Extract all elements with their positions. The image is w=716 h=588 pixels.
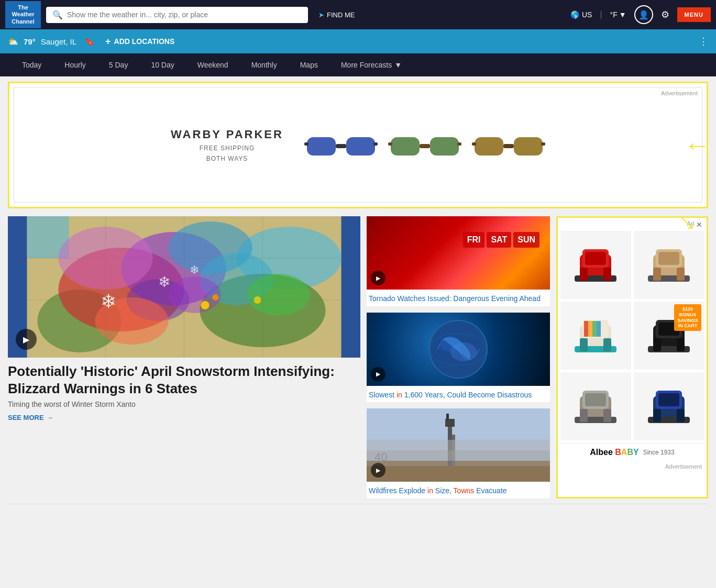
product-carseat-navy[interactable] xyxy=(634,372,704,440)
story-image-wildfire[interactable]: 40 ▶ xyxy=(367,408,550,482)
svg-rect-58 xyxy=(653,268,661,281)
glasses-2 xyxy=(388,129,461,161)
svg-rect-1 xyxy=(346,137,375,156)
location-icon: ➤ xyxy=(318,11,324,19)
wp-brand-text: WARBY PARKER FREE SHIPPING BOTH WAYS xyxy=(171,128,283,162)
nav-hourly[interactable]: Hourly xyxy=(53,53,97,76)
svg-rect-79 xyxy=(580,409,588,422)
warby-parker-ad: WARBY PARKER FREE SHIPPING BOTH WAYS xyxy=(160,117,556,173)
sat-badge: SAT xyxy=(487,232,511,248)
nav-weekend[interactable]: Weekend xyxy=(186,53,240,76)
glasses-3 xyxy=(472,129,545,161)
svg-text:40: 40 xyxy=(374,450,387,463)
logo-line2: Weather xyxy=(12,11,34,17)
advertisement-label: Advertisement xyxy=(560,461,704,472)
svg-rect-74 xyxy=(677,338,685,351)
story-title-tornado[interactable]: Tornado Watches Issued: Dangerous Evenin… xyxy=(367,290,550,306)
nav-maps[interactable]: Maps xyxy=(289,53,329,76)
more-locations-button[interactable]: ⋮ xyxy=(699,36,708,47)
story-image-tornado[interactable]: FRI SAT SUN ▶ xyxy=(367,216,550,290)
logo-line1: The xyxy=(18,4,28,10)
svg-rect-67 xyxy=(580,338,588,351)
product-carseat-black[interactable]: $120BONUSSAVINGSIN CART xyxy=(634,302,704,370)
nav-10day[interactable]: 10 Day xyxy=(139,53,185,76)
see-more-label: SEE MORE xyxy=(8,414,44,421)
nav-5day[interactable]: 5 Day xyxy=(97,53,140,76)
location-bar: ⛅ 79° Sauget, IL 🔖 + ADD LOCATIONS ⋮ xyxy=(0,29,716,53)
svg-rect-59 xyxy=(677,268,685,281)
carseat-tan-svg xyxy=(643,239,695,291)
ad-close-button[interactable]: ✕ xyxy=(696,220,702,229)
svg-text:❄: ❄ xyxy=(101,291,116,312)
bookmark-icon[interactable]: 🔖 xyxy=(84,37,95,47)
svg-rect-5 xyxy=(391,137,420,156)
product-carseat-gray[interactable] xyxy=(560,372,631,440)
find-me-button[interactable]: ➤ FIND ME xyxy=(313,11,360,19)
menu-label: MENU xyxy=(685,12,703,18)
svg-rect-4 xyxy=(373,142,378,146)
article-image[interactable]: ❄ ❄ ❄ ▶ xyxy=(8,216,360,358)
search-input[interactable] xyxy=(67,10,302,19)
temp-unit-selector[interactable]: °F ▼ xyxy=(610,10,626,19)
play-button[interactable]: ▶ xyxy=(16,329,37,350)
svg-text:❄: ❄ xyxy=(158,274,170,290)
svg-rect-10 xyxy=(475,137,503,156)
settings-button[interactable]: ⚙ xyxy=(661,9,669,20)
svg-rect-9 xyxy=(457,142,461,146)
svg-rect-83 xyxy=(658,393,679,406)
product-carseat-red[interactable] xyxy=(560,231,631,299)
plus-icon: + xyxy=(105,36,111,47)
story-play-button-2[interactable]: ▶ xyxy=(371,367,385,382)
svg-rect-65 xyxy=(597,321,601,337)
svg-rect-0 xyxy=(307,137,336,156)
ad-tag-label: Ad xyxy=(687,220,694,227)
add-locations-button[interactable]: + ADD LOCATIONS xyxy=(105,36,174,47)
header-right: 🌎 US | °F ▼ 👤 ⚙ MENU xyxy=(570,5,711,24)
story-title-ocean[interactable]: Slowest in 1,600 Years, Could Become Dis… xyxy=(367,386,550,403)
country-label: US xyxy=(582,10,592,19)
right-ad-column: Ad ✕ xyxy=(556,216,708,498)
svg-rect-46 xyxy=(367,450,550,466)
product-carseat-tan[interactable] xyxy=(634,231,704,299)
product-carseat-teal[interactable] xyxy=(560,302,631,370)
article-subtitle: Timing the worst of Winter Storm Xanto xyxy=(8,400,360,408)
story-card-ocean: ▶ Slowest in 1,600 Years, Could Become D… xyxy=(367,313,550,403)
ad-banner[interactable]: Advertisement WARBY PARKER FREE SHIPPING… xyxy=(14,87,702,203)
sun-badge: SUN xyxy=(513,232,539,248)
svg-rect-56 xyxy=(658,252,679,265)
story-title-wildfire[interactable]: Wildfires Explode in Size, Towns Evacuat… xyxy=(367,482,550,498)
logo-line3: Channel xyxy=(12,18,34,25)
svg-rect-6 xyxy=(430,137,459,156)
navigation-bar: Today Hourly 5 Day 10 Day Weekend Monthl… xyxy=(0,53,716,76)
svg-text:❄: ❄ xyxy=(190,263,199,276)
more-forecasts-label: More Forecasts xyxy=(341,61,392,69)
user-account-button[interactable]: 👤 xyxy=(634,5,653,24)
story-play-button-1[interactable]: ▶ xyxy=(371,271,385,285)
story-card-wildfire: 40 ▶ Wildfires Explode in Size, Towns Ev… xyxy=(367,408,550,498)
story-image-ocean[interactable]: ▶ xyxy=(367,313,550,386)
divider: | xyxy=(600,10,602,19)
nav-more-forecasts[interactable]: More Forecasts ▼ xyxy=(329,53,413,76)
country-selector[interactable]: 🌎 US xyxy=(570,10,592,19)
albee-since: Since 1933 xyxy=(643,449,675,456)
carseat-teal-svg xyxy=(569,309,622,362)
search-bar[interactable]: 🔍 xyxy=(46,7,308,23)
see-more-link[interactable]: SEE MORE → xyxy=(8,414,360,421)
svg-rect-13 xyxy=(472,142,476,146)
svg-point-25 xyxy=(169,276,221,313)
svg-rect-2 xyxy=(336,144,346,148)
albee-footer: Albee BABY Since 1933 xyxy=(560,443,704,461)
content-grid: ❄ ❄ ❄ ▶ Potentially 'Historic' April Sno… xyxy=(8,216,708,498)
story-card-tornado: FRI SAT SUN ▶ Tornado Watches Issued: Da… xyxy=(367,216,550,306)
content-separator xyxy=(8,504,708,504)
nav-monthly[interactable]: Monthly xyxy=(240,53,289,76)
svg-rect-44 xyxy=(446,414,449,420)
svg-point-28 xyxy=(247,274,310,316)
menu-button[interactable]: MENU xyxy=(677,7,711,22)
albee-logo-text: Albee BABY xyxy=(590,448,638,457)
story-play-button-3[interactable]: ▶ xyxy=(371,463,385,478)
wp-brand-name: WARBY PARKER xyxy=(171,128,283,141)
product-grid: $120BONUSSAVINGSIN CART xyxy=(560,231,704,440)
nav-today[interactable]: Today xyxy=(10,53,53,76)
story-cards-column: FRI SAT SUN ▶ Tornado Watches Issued: Da… xyxy=(367,216,550,498)
